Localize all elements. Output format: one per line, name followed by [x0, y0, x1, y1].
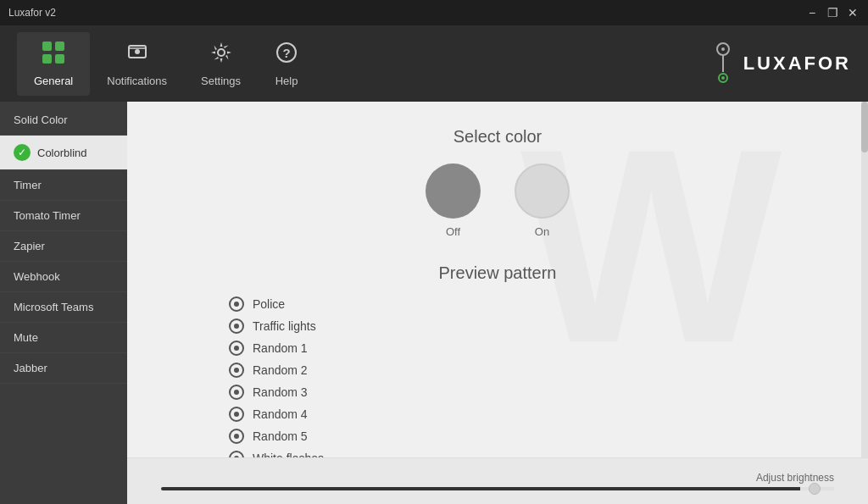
- general-icon: [42, 41, 65, 69]
- nav-general-label: General: [34, 75, 73, 87]
- pattern-item-random-4[interactable]: Random 4: [229, 407, 817, 422]
- pattern-label-police: Police: [253, 297, 285, 311]
- radio-random-1: [229, 341, 244, 356]
- svg-point-7: [218, 49, 225, 56]
- pattern-item-traffic-lights[interactable]: Traffic lights: [229, 318, 817, 334]
- nav-settings-label: Settings: [201, 75, 241, 87]
- check-icon: ✓: [14, 144, 31, 161]
- nav-help[interactable]: ? Help: [258, 32, 315, 96]
- sidebar-item-colorblind[interactable]: ✓ Colorblind: [0, 136, 127, 170]
- sidebar-label-colorblind: Colorblind: [37, 147, 87, 159]
- nav-notifications-label: Notifications: [107, 75, 167, 87]
- sidebar-label-microsoft-teams: Microsoft Teams: [14, 301, 93, 313]
- radio-random-2: [229, 363, 244, 378]
- brightness-slider[interactable]: [161, 487, 834, 490]
- svg-rect-2: [42, 54, 52, 64]
- close-button[interactable]: ✕: [846, 6, 860, 19]
- color-circle-on[interactable]: [515, 163, 570, 219]
- color-selector: Off On: [178, 163, 817, 238]
- radio-police: [229, 296, 244, 312]
- minimize-button[interactable]: −: [805, 6, 819, 19]
- nav-general[interactable]: General: [17, 32, 90, 96]
- svg-text:?: ?: [282, 46, 290, 60]
- pattern-item-random-1[interactable]: Random 1: [229, 341, 817, 356]
- sidebar-item-webhook[interactable]: Webhook: [0, 262, 127, 292]
- pattern-list: Police Traffic lights Random 1 Rand: [178, 296, 817, 457]
- content-inner: Select color Off On Preview pattern: [178, 127, 817, 457]
- color-option-off: Off: [426, 163, 481, 238]
- svg-point-11: [721, 47, 725, 51]
- pattern-item-police[interactable]: Police: [229, 296, 817, 312]
- pattern-label-random-4: Random 4: [253, 407, 308, 421]
- sidebar-item-jabber[interactable]: Jabber: [0, 353, 127, 384]
- pattern-item-random-5[interactable]: Random 5: [229, 429, 817, 444]
- sidebar-label-jabber: Jabber: [14, 362, 47, 374]
- title-bar: Luxafor v2 − ❐ ✕: [0, 0, 868, 25]
- main-panel: W Select color Off On: [127, 102, 868, 504]
- sidebar-item-solid-color[interactable]: Solid Color: [0, 105, 127, 136]
- pattern-label-random-1: Random 1: [253, 341, 308, 355]
- color-circle-off[interactable]: [426, 163, 481, 219]
- bottom-bar: Adjust brightness: [127, 457, 868, 504]
- sidebar-label-timer: Timer: [14, 179, 42, 191]
- pattern-item-white-flashes[interactable]: White flashes: [229, 451, 817, 457]
- nav-notifications[interactable]: Notifications: [90, 32, 184, 96]
- nav-settings[interactable]: Settings: [184, 32, 258, 96]
- radio-random-5: [229, 429, 244, 444]
- sidebar-label-webhook: Webhook: [14, 270, 60, 283]
- app-title: Luxafor v2: [8, 7, 56, 19]
- brightness-label: Adjust brightness: [756, 472, 834, 484]
- svg-rect-3: [55, 54, 64, 64]
- preview-pattern-title: Preview pattern: [178, 263, 817, 283]
- radio-random-4: [229, 407, 244, 422]
- brightness-thumb[interactable]: [809, 483, 821, 495]
- pattern-label-random-2: Random 2: [253, 363, 308, 377]
- app-body: General Notifications: [0, 25, 868, 504]
- pattern-item-random-3[interactable]: Random 3: [229, 385, 817, 400]
- window-controls: − ❐ ✕: [805, 6, 860, 19]
- help-icon: ?: [275, 41, 298, 69]
- content-area: Solid Color ✓ Colorblind Timer Tomato Ti…: [0, 102, 868, 504]
- top-nav: General Notifications: [0, 25, 868, 102]
- radio-random-3: [229, 385, 244, 400]
- pattern-label-white-flashes: White flashes: [253, 451, 324, 457]
- color-option-on: On: [515, 163, 570, 238]
- pattern-label-random-3: Random 3: [253, 385, 308, 399]
- settings-icon: [209, 41, 233, 69]
- main-scroll[interactable]: Select color Off On Preview pattern: [127, 102, 868, 457]
- svg-rect-1: [55, 42, 64, 51]
- restore-button[interactable]: ❐: [826, 6, 839, 19]
- logo-icon: [706, 42, 740, 85]
- svg-point-5: [135, 49, 140, 54]
- svg-point-14: [721, 76, 725, 80]
- nav-help-label: Help: [275, 75, 298, 87]
- sidebar-item-tomato-timer[interactable]: Tomato Timer: [0, 201, 127, 231]
- notifications-icon: [125, 41, 149, 69]
- pattern-label-traffic-lights: Traffic lights: [253, 319, 316, 333]
- pattern-label-random-5: Random 5: [253, 429, 308, 443]
- sidebar-item-microsoft-teams[interactable]: Microsoft Teams: [0, 292, 127, 323]
- sidebar-label-mute: Mute: [14, 331, 38, 344]
- color-label-off: Off: [446, 225, 460, 238]
- sidebar-item-mute[interactable]: Mute: [0, 323, 127, 353]
- radio-white-flashes: [229, 451, 244, 457]
- pattern-item-random-2[interactable]: Random 2: [229, 363, 817, 378]
- sidebar-item-timer[interactable]: Timer: [0, 170, 127, 201]
- color-label-on: On: [535, 225, 549, 238]
- sidebar-item-zapier[interactable]: Zapier: [0, 231, 127, 262]
- select-color-title: Select color: [178, 127, 817, 147]
- scroll-indicator: [861, 102, 868, 457]
- scroll-thumb[interactable]: [861, 102, 868, 152]
- luxafor-logo: LUXAFOR: [706, 42, 851, 85]
- svg-rect-0: [42, 42, 52, 51]
- sidebar-label-zapier: Zapier: [14, 240, 45, 252]
- logo-text: LUXAFOR: [743, 53, 851, 75]
- radio-traffic-lights: [229, 318, 244, 334]
- sidebar-label-tomato-timer: Tomato Timer: [14, 209, 81, 222]
- sidebar: Solid Color ✓ Colorblind Timer Tomato Ti…: [0, 102, 127, 504]
- sidebar-label-solid-color: Solid Color: [14, 114, 68, 126]
